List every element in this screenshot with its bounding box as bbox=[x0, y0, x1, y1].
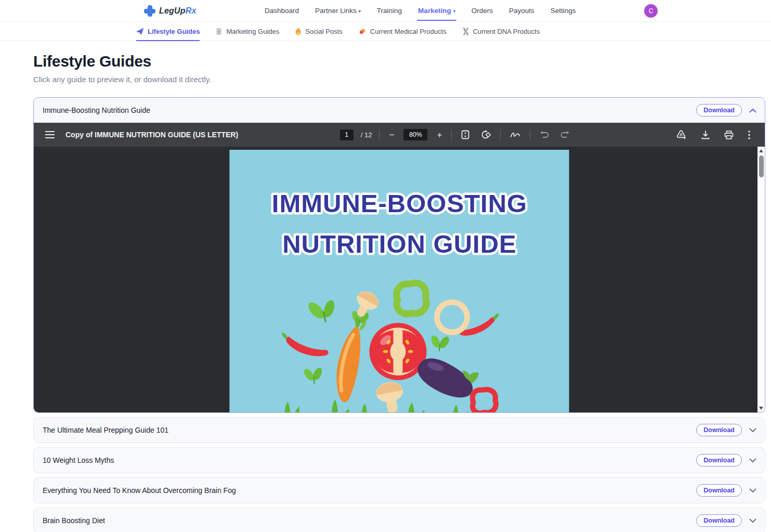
annotate-icon[interactable] bbox=[508, 129, 522, 140]
main-content: Lifestyle Guides Click any guide to prev… bbox=[0, 53, 771, 532]
fit-page-icon[interactable] bbox=[459, 128, 472, 141]
guide-card-expanded: Immune-Boosting Nutrition Guide Download… bbox=[33, 97, 765, 413]
nav-item-payouts[interactable]: Payouts bbox=[508, 1, 535, 20]
toolbar-divider bbox=[530, 129, 530, 140]
main-nav: Dashboard Partner Links▾ Training Market… bbox=[264, 1, 577, 20]
download-button[interactable]: Download bbox=[696, 104, 742, 116]
tab-current-medical-products[interactable]: Current Medical Products bbox=[358, 22, 447, 41]
dna-icon bbox=[462, 28, 469, 35]
marketing-tabbar: Lifestyle Guides Marketing Guides Social… bbox=[0, 22, 771, 41]
page-total-label: / 12 bbox=[361, 131, 372, 139]
guide-card-collapsed: The Ultimate Meal Prepping Guide 101 Dow… bbox=[33, 417, 765, 443]
svg-text:A: A bbox=[679, 132, 683, 137]
guide-card-header[interactable]: The Ultimate Meal Prepping Guide 101 Dow… bbox=[34, 418, 765, 443]
logo-plus-icon bbox=[144, 5, 155, 17]
pdf-doc-title: Copy of IMMUNE NUTRITION GUIDE (US LETTE… bbox=[66, 131, 238, 139]
scrollbar-thumb[interactable] bbox=[759, 155, 764, 177]
download-button[interactable]: Download bbox=[696, 484, 742, 497]
menu-icon[interactable] bbox=[43, 129, 57, 140]
zoom-out-button[interactable]: − bbox=[387, 128, 396, 141]
nav-item-orders[interactable]: Orders bbox=[471, 1, 494, 20]
pdf-title-line2: NUTRITION GUIDE bbox=[282, 230, 517, 258]
nav-item-training[interactable]: Training bbox=[376, 1, 403, 20]
guide-card-collapsed: Brain Boosting Diet Download bbox=[33, 508, 765, 532]
pdf-viewer: Copy of IMMUNE NUTRITION GUIDE (US LETTE… bbox=[34, 123, 765, 412]
toolbar-divider bbox=[379, 129, 380, 140]
chevron-down-icon[interactable] bbox=[749, 428, 756, 433]
chevron-down-icon: ▾ bbox=[359, 9, 361, 14]
scroll-down-icon[interactable] bbox=[759, 407, 763, 410]
rotate-icon[interactable] bbox=[479, 128, 493, 141]
zoom-level: 80% bbox=[403, 129, 427, 140]
page-number-input[interactable] bbox=[340, 129, 354, 140]
tab-marketing-guides[interactable]: Marketing Guides bbox=[215, 22, 279, 41]
chevron-down-icon[interactable] bbox=[749, 488, 756, 493]
tab-lifestyle-guides[interactable]: Lifestyle Guides bbox=[136, 22, 200, 41]
pdf-page: IMMUNE-BOOSTING NUTRITION GUIDE bbox=[230, 150, 569, 412]
nav-item-settings[interactable]: Settings bbox=[550, 1, 577, 20]
toolbar-divider bbox=[500, 129, 501, 140]
chevron-down-icon: ▾ bbox=[453, 9, 455, 14]
guide-title: 10 Weight Loss Myths bbox=[43, 456, 114, 464]
guide-card-collapsed: 10 Weight Loss Myths Download bbox=[33, 447, 765, 473]
zoom-in-button[interactable]: + bbox=[435, 128, 444, 141]
chevron-up-icon[interactable] bbox=[749, 108, 756, 113]
pdf-title-line1: IMMUNE-BOOSTING bbox=[272, 189, 527, 217]
paper-plane-icon bbox=[136, 28, 144, 35]
chevron-down-icon[interactable] bbox=[749, 458, 756, 463]
top-header: LegUpRx Dashboard Partner Links▾ Trainin… bbox=[0, 0, 771, 22]
scroll-up-icon[interactable] bbox=[759, 149, 763, 152]
guide-card-collapsed: Everything You Need To Know About Overco… bbox=[33, 477, 765, 503]
guide-card-header[interactable]: Brain Boosting Diet Download bbox=[34, 508, 765, 532]
more-options-icon[interactable] bbox=[746, 128, 752, 141]
tab-current-dna-products[interactable]: Current DNA Products bbox=[462, 22, 540, 41]
guide-title: The Ultimate Meal Prepping Guide 101 bbox=[43, 426, 168, 434]
page-subtitle: Click any guide to preview it, or downlo… bbox=[33, 75, 765, 84]
guide-card-header[interactable]: 10 Weight Loss Myths Download bbox=[34, 448, 765, 473]
document-icon bbox=[215, 28, 223, 35]
guide-title: Everything You Need To Know About Overco… bbox=[43, 486, 236, 495]
redo-icon[interactable] bbox=[558, 129, 572, 140]
guide-title: Immune-Boosting Nutrition Guide bbox=[43, 106, 150, 114]
pdf-canvas-area: IMMUNE-BOOSTING NUTRITION GUIDE bbox=[34, 147, 765, 412]
download-icon[interactable] bbox=[699, 128, 712, 141]
pdf-page-artwork: IMMUNE-BOOSTING NUTRITION GUIDE bbox=[230, 150, 569, 412]
download-button[interactable]: Download bbox=[696, 514, 742, 527]
undo-icon[interactable] bbox=[538, 129, 551, 140]
nav-item-marketing[interactable]: Marketing▾ bbox=[417, 1, 456, 20]
guide-title: Brain Boosting Diet bbox=[43, 516, 105, 525]
flame-icon bbox=[295, 27, 302, 35]
chevron-down-icon[interactable] bbox=[749, 518, 756, 523]
nav-item-dashboard[interactable]: Dashboard bbox=[264, 1, 300, 20]
guide-card-header[interactable]: Everything You Need To Know About Overco… bbox=[34, 478, 765, 503]
nav-item-partner-links[interactable]: Partner Links▾ bbox=[314, 1, 362, 20]
add-text-annotation-icon[interactable]: A bbox=[674, 128, 689, 142]
user-avatar[interactable]: C bbox=[644, 4, 658, 18]
pill-icon bbox=[358, 28, 367, 35]
page-title: Lifestyle Guides bbox=[33, 53, 765, 70]
print-icon[interactable] bbox=[722, 128, 736, 141]
logo[interactable]: LegUpRx bbox=[144, 5, 197, 17]
pdf-toolbar: Copy of IMMUNE NUTRITION GUIDE (US LETTE… bbox=[34, 123, 765, 147]
tab-social-posts[interactable]: Social Posts bbox=[295, 22, 343, 41]
download-button[interactable]: Download bbox=[696, 454, 742, 466]
download-button[interactable]: Download bbox=[696, 424, 742, 436]
pdf-scrollbar[interactable] bbox=[757, 147, 765, 412]
brand-text: LegUpRx bbox=[159, 6, 197, 16]
toolbar-divider bbox=[451, 129, 452, 140]
guide-card-header[interactable]: Immune-Boosting Nutrition Guide Download bbox=[34, 98, 765, 123]
